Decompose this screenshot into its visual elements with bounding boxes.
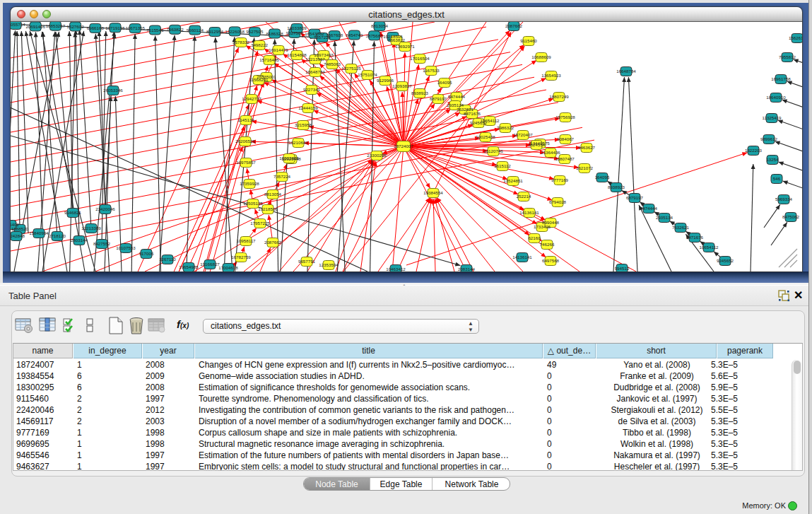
svg-text:6497568: 6497568: [542, 258, 560, 263]
svg-text:10025438: 10025438: [476, 134, 495, 139]
svg-text:12353594: 12353594: [319, 262, 339, 267]
svg-text:19654985: 19654985: [179, 264, 199, 269]
svg-text:9657791: 9657791: [298, 259, 316, 264]
svg-text:13226058: 13226058: [225, 29, 245, 34]
svg-text:7955812: 7955812: [779, 54, 796, 59]
svg-text:10463412: 10463412: [386, 267, 406, 271]
svg-text:10975857: 10975857: [236, 160, 256, 165]
svg-text:16120746: 16120746: [483, 148, 503, 153]
svg-text:7663822: 7663822: [167, 27, 184, 32]
svg-text:917006: 917006: [139, 251, 154, 256]
svg-text:12505135: 12505135: [243, 201, 263, 206]
svg-text:8471676: 8471676: [686, 235, 704, 240]
svg-text:1145134: 1145134: [237, 117, 254, 122]
svg-text:7986322: 7986322: [497, 125, 514, 130]
svg-text:16154808: 16154808: [287, 52, 307, 57]
svg-text:13692971: 13692971: [395, 44, 415, 49]
svg-text:6879197: 6879197: [430, 96, 447, 101]
svg-text:6966160: 6966160: [87, 25, 105, 30]
svg-text:11325419: 11325419: [762, 115, 782, 120]
svg-text:19218506: 19218506: [258, 206, 278, 211]
svg-text:2087662: 2087662: [264, 240, 282, 245]
svg-text:6879197: 6879197: [626, 195, 644, 200]
svg-text:2803144: 2803144: [71, 238, 88, 243]
svg-text:7357224: 7357224: [273, 174, 291, 179]
svg-text:3215958: 3215958: [295, 122, 312, 127]
svg-text:14055714: 14055714: [11, 22, 25, 27]
svg-text:12093827: 12093827: [392, 83, 412, 88]
svg-text:8454749: 8454749: [346, 33, 363, 37]
svg-text:17359928: 17359928: [240, 181, 259, 186]
svg-text:12213967: 12213967: [305, 57, 325, 62]
svg-text:8813054: 8813054: [371, 23, 389, 28]
svg-text:10807487: 10807487: [555, 156, 575, 161]
svg-text:1322203: 1322203: [745, 148, 763, 153]
svg-text:1527602: 1527602: [67, 24, 85, 29]
svg-text:164095: 164095: [437, 80, 452, 85]
svg-text:8427552: 8427552: [93, 241, 111, 246]
svg-text:12275125: 12275125: [341, 66, 361, 71]
svg-text:1615112: 1615112: [494, 163, 511, 168]
svg-text:8912954: 8912954: [206, 29, 224, 34]
svg-text:14136141: 14136141: [519, 210, 539, 215]
svg-text:3267110: 3267110: [159, 257, 176, 262]
svg-text:10719155: 10719155: [105, 25, 125, 30]
svg-text:17004678: 17004678: [218, 265, 238, 270]
svg-text:7515546: 7515546: [146, 28, 164, 33]
svg-text:21364436: 21364436: [541, 150, 560, 155]
svg-text:9463627: 9463627: [578, 145, 596, 150]
svg-text:18640910: 18640910: [766, 95, 786, 100]
svg-text:11568291: 11568291: [249, 77, 269, 82]
svg-text:16914479: 16914479: [269, 47, 288, 52]
svg-text:9660124: 9660124: [187, 28, 204, 33]
svg-text:10853267: 10853267: [46, 23, 66, 28]
svg-text:13524851: 13524851: [503, 178, 523, 183]
svg-text:26206526: 26206526: [235, 139, 255, 144]
svg-text:2083144: 2083144: [458, 267, 476, 271]
svg-text:7663822: 7663822: [388, 37, 406, 42]
svg-text:16210643: 16210643: [288, 140, 308, 145]
svg-text:1588520: 1588520: [11, 226, 29, 231]
svg-text:9474444: 9474444: [448, 94, 466, 99]
svg-text:9129966: 9129966: [377, 78, 394, 83]
svg-text:10671355: 10671355: [125, 25, 145, 30]
svg-text:10973493: 10973493: [314, 52, 334, 57]
svg-text:8186328: 8186328: [266, 31, 284, 36]
svg-text:9115460: 9115460: [520, 38, 537, 43]
svg-text:164095: 164095: [595, 175, 610, 180]
svg-text:10107553: 10107553: [116, 245, 136, 250]
svg-text:1733426: 1733426: [534, 224, 551, 229]
svg-text:16033809: 16033809: [287, 25, 307, 30]
svg-text:7625402: 7625402: [11, 222, 20, 227]
svg-text:12213369: 12213369: [81, 226, 101, 230]
svg-text:546: 546: [773, 176, 781, 181]
svg-text:8990448: 8990448: [542, 220, 560, 225]
svg-text:15840994: 15840994: [29, 230, 49, 235]
svg-text:1621072: 1621072: [576, 165, 594, 170]
svg-text:16648784: 16648784: [616, 69, 636, 74]
svg-text:13654923: 13654923: [541, 73, 561, 78]
svg-text:7357224: 7357224: [314, 35, 331, 40]
svg-text:9327508: 9327508: [286, 30, 304, 35]
svg-text:2087662: 2087662: [505, 23, 523, 28]
svg-text:8938923: 8938923: [608, 185, 625, 189]
svg-text:12444159: 12444159: [298, 105, 318, 110]
svg-text:10654112: 10654112: [699, 245, 719, 250]
svg-text:16033809: 16033809: [279, 156, 299, 160]
svg-text:8813054: 8813054: [264, 192, 282, 197]
svg-text:18807249: 18807249: [549, 94, 569, 99]
svg-text:994512: 994512: [615, 266, 630, 271]
svg-text:15720407: 15720407: [513, 132, 533, 137]
svg-text:8475062: 8475062: [782, 214, 800, 219]
svg-text:10958117: 10958117: [236, 238, 256, 243]
svg-text:62160: 62160: [528, 235, 541, 240]
svg-text:17016504: 17016504: [410, 56, 430, 61]
svg-text:23300295: 23300295: [367, 153, 387, 158]
svg-text:746266: 746266: [540, 242, 555, 247]
svg-text:9777169: 9777169: [551, 177, 569, 182]
svg-text:15751074: 15751074: [358, 72, 377, 77]
svg-text:10688609: 10688609: [531, 54, 551, 59]
svg-text:9227341: 9227341: [303, 87, 321, 92]
svg-text:16648784: 16648784: [305, 69, 325, 74]
svg-text:2718120: 2718120: [49, 233, 66, 238]
